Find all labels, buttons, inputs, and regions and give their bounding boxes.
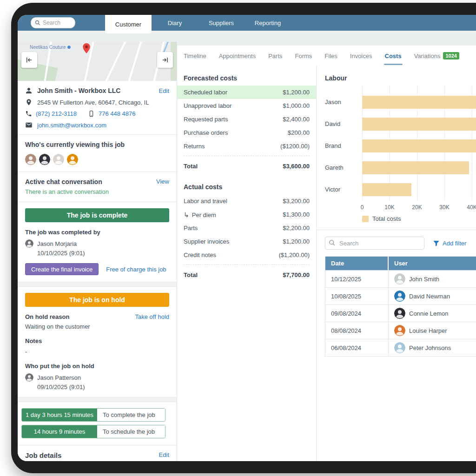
job-on-hold-banner: The job is on hold	[25, 293, 169, 307]
avatar	[394, 291, 405, 302]
map-road	[98, 42, 130, 81]
completed-by-user: Jason Morjaria	[37, 240, 77, 247]
tab-label: Forms	[295, 53, 312, 60]
table-row[interactable]: 06/08/2024Peter Johnsons	[325, 339, 476, 356]
add-filter-button[interactable]: Add filter	[433, 240, 466, 247]
chart-category-label: Brand	[325, 142, 362, 149]
date-column-header: Date	[325, 257, 389, 270]
avatar	[39, 154, 50, 165]
user-column-header: User	[389, 257, 476, 270]
cost-row-value: $200.00	[288, 129, 310, 136]
cost-row[interactable]: Supplier invoices$1,200.00	[177, 235, 316, 248]
tab-forms[interactable]: Forms	[295, 46, 312, 66]
section-gap	[18, 282, 177, 287]
chart-row: David	[325, 113, 476, 135]
avatar	[394, 308, 405, 319]
job-details-title: Job details	[25, 451, 61, 459]
dashed-divider	[184, 156, 310, 156]
user-name: Connie Lemon	[409, 310, 449, 317]
notes-label: Notes	[25, 337, 169, 344]
expand-panel-button[interactable]	[157, 52, 173, 68]
device-frame: Search CustomerDiarySuppliersReporting N…	[11, 3, 476, 473]
bar-victor	[362, 183, 411, 196]
tab-label: Parts	[268, 53, 282, 60]
mobile-icon	[88, 110, 95, 117]
tab-label: Variations	[414, 53, 441, 60]
table-row[interactable]: 08/08/2024Louise Harper	[325, 322, 476, 339]
nav-tab-customer[interactable]: Customer	[105, 15, 152, 33]
timer-chip: 14 hours 9 minutesTo schedule the job	[21, 425, 165, 438]
tab-files[interactable]: Files	[324, 46, 337, 66]
tab-invoices[interactable]: Invoices	[350, 46, 372, 66]
tab-parts[interactable]: Parts	[268, 46, 282, 66]
table-row[interactable]: 09/08/2024Connie Lemon	[325, 304, 476, 322]
tab-timeline[interactable]: Timeline	[184, 46, 206, 66]
nav-tab-suppliers[interactable]: Suppliers	[198, 15, 245, 31]
chart-legend: Total costs	[362, 215, 476, 222]
tab-variations[interactable]: Variations1024	[414, 46, 459, 66]
tab-costs[interactable]: Costs	[385, 46, 402, 66]
view-chat-link[interactable]: View	[156, 178, 169, 185]
actual-costs-title: Actual costs	[184, 183, 310, 191]
location-map[interactable]: Neetikas Couture	[18, 42, 177, 81]
table-row[interactable]: 10/08/2025David Newman	[325, 287, 476, 304]
completed-by-label: The job was completed by	[25, 229, 169, 236]
cell-date: 10/08/2025	[325, 288, 389, 304]
edit-customer-link[interactable]: Edit	[159, 87, 169, 94]
cost-row-label: Purchase orders	[184, 129, 228, 136]
search-icon	[35, 20, 40, 26]
chart-plot	[362, 113, 476, 135]
add-filter-label: Add filter	[443, 240, 466, 247]
create-final-invoice-button[interactable]: Create the final invoice	[25, 263, 99, 275]
cost-row[interactable]: Credit notes($1,200.00)	[177, 248, 316, 262]
cell-user: Connie Lemon	[389, 305, 476, 322]
job-tabs: TimelineAppointmentsPartsFormsFilesInvoi…	[177, 46, 476, 66]
avatar	[394, 342, 405, 353]
user-name: John Smith	[409, 276, 439, 283]
search-icon	[329, 239, 336, 246]
collapse-panel-button[interactable]	[21, 52, 37, 68]
cost-row[interactable]: Purchase orders$200.00	[177, 126, 316, 139]
completed-timestamp: 10/10/2025 (9:01)	[37, 250, 169, 257]
global-search-input[interactable]: Search	[31, 17, 75, 28]
tab-appointments[interactable]: Appointments	[219, 46, 256, 66]
who-on-hold-label: Who put the job on hold	[25, 363, 169, 370]
avatar	[25, 239, 33, 248]
avatar	[53, 154, 64, 165]
cost-row[interactable]: Parts$2,200.00	[177, 221, 316, 235]
activity-search	[325, 237, 424, 250]
take-off-hold-link[interactable]: Take off hold	[135, 313, 169, 320]
free-of-charge-link[interactable]: Free of charge this job	[106, 266, 166, 273]
cost-row[interactable]: Unapproved labor$1,000.00	[177, 99, 316, 112]
chart-category-label: Jason	[325, 99, 362, 106]
filter-funnel-icon	[433, 240, 440, 247]
chart-category-label: Gareth	[325, 164, 362, 171]
tab-label: Timeline	[184, 53, 206, 60]
activity-table-header: Date User	[325, 257, 476, 270]
customer-email-link[interactable]: john.smith@workbox.com	[37, 122, 106, 129]
nav-tab-reporting[interactable]: Reporting	[245, 15, 291, 31]
cost-row-value: ($1200.00)	[280, 143, 310, 150]
forecasted-total-value: $3,600.00	[283, 163, 310, 170]
edit-job-details-link[interactable]: Edit	[159, 451, 169, 458]
person-icon	[25, 87, 33, 94]
cost-row[interactable]: Scheduled labor$1,200.00	[177, 86, 316, 99]
chart-category-label: David	[325, 120, 362, 127]
customer-phone-link[interactable]: (872) 212-3118	[36, 110, 77, 117]
activity-search-input[interactable]	[325, 237, 424, 250]
table-row[interactable]: 10/12/2025John Smith	[325, 270, 476, 287]
axis-tick-label: 0	[361, 204, 364, 211]
nav-tab-diary[interactable]: Diary	[152, 15, 198, 31]
cost-row[interactable]: Labor and travel$3,200.00	[177, 194, 316, 208]
cost-row-label: Labor and travel	[184, 198, 227, 205]
labour-bar-chart: JasonDavidBrandGarethVictor	[325, 86, 476, 200]
top-navbar: Search CustomerDiarySuppliersReporting	[18, 15, 476, 31]
customer-mobile-link[interactable]: 776 448 4876	[99, 110, 136, 117]
cost-row[interactable]: Returns($1200.00)	[177, 139, 316, 153]
cost-row[interactable]: Requested parts$2,400.00	[177, 112, 316, 126]
axis-tick-label: 10K	[384, 204, 394, 211]
axis-tick-label: 40K	[467, 204, 476, 211]
tab-label: Costs	[385, 53, 402, 60]
on-hold-reason-value: Waiting on the customer	[25, 323, 169, 330]
cost-row[interactable]: ↳Per diem$1,300.00	[177, 208, 316, 221]
